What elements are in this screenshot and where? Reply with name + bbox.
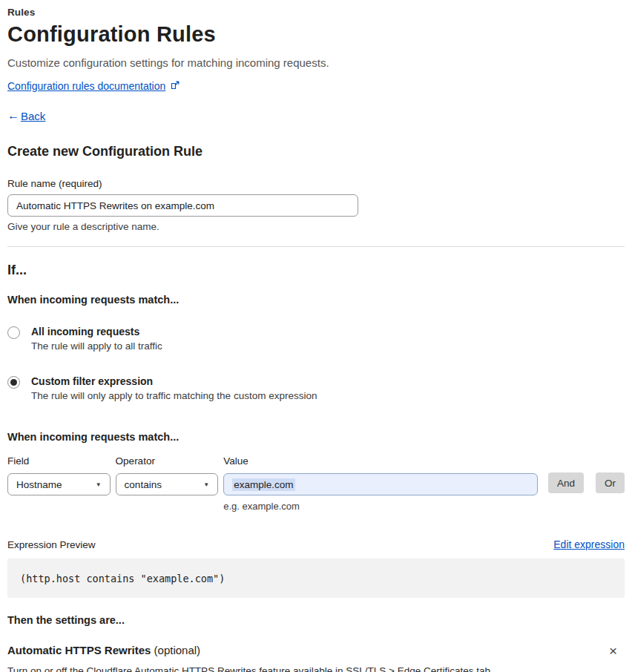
setting-title: Automatic HTTPS Rewrites (optional)	[7, 644, 200, 656]
setting-title-optional: (optional)	[151, 644, 200, 656]
close-icon[interactable]: ×	[606, 644, 620, 658]
setting-description: Turn on or off the Cloudflare Automatic …	[7, 665, 625, 672]
match-heading: When incoming requests match...	[7, 294, 625, 306]
create-rule-heading: Create new Configuration Rule	[7, 144, 625, 159]
radio-option-all-requests[interactable]: All incoming requests The rule will appl…	[7, 326, 625, 352]
page-subtitle: Customize configuration settings for mat…	[7, 56, 625, 69]
if-heading: If...	[7, 263, 625, 278]
edit-expression-link[interactable]: Edit expression	[553, 538, 625, 550]
external-link-icon	[171, 80, 180, 92]
back-link[interactable]: Back	[21, 110, 45, 122]
section-divider	[7, 246, 625, 247]
value-label: Value	[223, 455, 538, 467]
radio-option-description: The rule will apply to all traffic	[31, 340, 162, 352]
field-select[interactable]: Hostname ▼	[7, 473, 111, 495]
expression-preview-code: (http.host contains "example.com")	[7, 559, 625, 598]
radio-option-label: All incoming requests	[31, 326, 162, 337]
expression-builder-row: Field Hostname ▼ Operator contains ▼ Val…	[7, 455, 625, 512]
back-arrow-icon: ←	[7, 109, 19, 122]
chevron-down-icon: ▼	[96, 481, 102, 488]
value-help: e.g. example.com	[223, 501, 538, 512]
operator-label: Operator	[116, 455, 219, 467]
documentation-link[interactable]: Configuration rules documentation	[7, 80, 165, 92]
match-type-radio-group: All incoming requests The rule will appl…	[7, 326, 625, 401]
chevron-down-icon: ▼	[203, 481, 209, 488]
radio-unchecked-icon[interactable]	[7, 326, 20, 339]
builder-heading: When incoming requests match...	[7, 431, 625, 443]
breadcrumb: Rules	[7, 7, 625, 18]
setting-title-name: Automatic HTTPS Rewrites	[7, 644, 151, 656]
or-button[interactable]: Or	[596, 472, 625, 493]
operator-select[interactable]: contains ▼	[116, 473, 219, 495]
page-title: Configuration Rules	[7, 22, 625, 47]
rule-name-help: Give your rule a descriptive name.	[7, 221, 625, 232]
rule-name-input[interactable]	[7, 194, 358, 217]
expression-preview-label: Expression Preview	[7, 539, 96, 550]
radio-option-label: Custom filter expression	[31, 375, 317, 387]
value-input-text: example.com	[232, 478, 294, 491]
radio-option-custom-expression[interactable]: Custom filter expression The rule will o…	[7, 375, 625, 401]
and-button[interactable]: And	[548, 472, 584, 493]
field-select-value: Hostname	[16, 479, 62, 490]
value-input[interactable]: example.com	[223, 473, 538, 495]
radio-checked-icon[interactable]	[7, 376, 20, 389]
radio-option-description: The rule will only apply to traffic matc…	[31, 390, 317, 401]
rule-name-label: Rule name (required)	[7, 178, 625, 189]
operator-select-value: contains	[125, 479, 162, 490]
field-label: Field	[7, 455, 111, 467]
then-heading: Then the settings are...	[7, 614, 625, 626]
